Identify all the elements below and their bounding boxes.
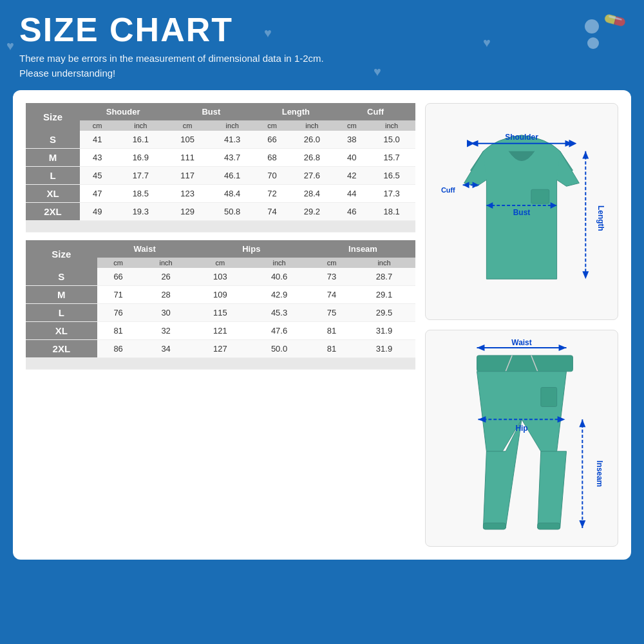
m-hi-cm: 109: [193, 286, 248, 304]
main-card: Size Shouder Bust Length Cuff cm inch cm…: [13, 90, 631, 560]
hip-label: Hip: [515, 424, 527, 433]
svg-rect-17: [538, 523, 560, 529]
length-inch-label: inch: [289, 120, 336, 131]
xl-wa-cm: 81: [97, 322, 140, 340]
table-row: M 71 28 109 42.9 74 29.1: [26, 286, 415, 304]
size-header: Size: [26, 103, 80, 131]
m-sh-cm: 43: [80, 149, 115, 167]
svg-marker-27: [579, 520, 585, 528]
subtitle-line1: There may be errors in the measurement o…: [19, 53, 324, 64]
bottom-table-header: Size Waist Hips Inseam: [26, 240, 415, 258]
m-cu-cm: 40: [336, 149, 368, 167]
inseam-label: Inseam: [595, 460, 604, 487]
waist-inch-label: inch: [140, 258, 193, 268]
bust-inch-label: inch: [209, 120, 256, 131]
m-wa-in: 28: [140, 286, 193, 304]
dot-2: [587, 37, 599, 49]
size-l: L: [26, 167, 80, 185]
s-wa-in: 26: [140, 268, 193, 286]
length-cm-label: cm: [256, 120, 289, 131]
xl-cu-in: 17.3: [368, 185, 415, 203]
svg-rect-13: [477, 355, 573, 371]
s-le-in: 26.0: [289, 131, 336, 149]
s-cu-cm: 38: [336, 131, 368, 149]
bottom-size-header: Size: [26, 240, 97, 268]
2xl-sh-cm: 49: [80, 203, 115, 221]
dots-decoration: [585, 19, 599, 49]
l-wa-in: 30: [140, 304, 193, 322]
xl-sh-in: 18.5: [115, 185, 166, 203]
m-bu-in: 43.7: [209, 149, 256, 167]
empty-cell: [26, 221, 415, 232]
diagram-section: Shoulder Bust Length Cuff: [425, 103, 618, 547]
2xl-le-in: 29.2: [289, 203, 336, 221]
shoulder-inch-label: inch: [115, 120, 166, 131]
shoulder-cm-label: cm: [80, 120, 115, 131]
m-wa-cm: 71: [97, 286, 140, 304]
2xl-bu-in: 50.8: [209, 203, 256, 221]
svg-marker-12: [565, 140, 573, 146]
svg-rect-0: [531, 189, 549, 204]
tables-section: Size Shouder Bust Length Cuff cm inch cm…: [26, 103, 415, 547]
top-garment-svg: Shoulder Bust Length Cuff: [432, 112, 611, 312]
2xl-in-cm: 81: [310, 340, 353, 358]
empty-cell-2: [26, 358, 415, 370]
bottom-table-body: S 66 26 103 40.6 73 28.7 M 71 28 109 42.…: [26, 268, 415, 370]
xl-in-cm: 81: [310, 322, 353, 340]
l-bu-in: 46.1: [209, 167, 256, 185]
bt-size-m: M: [26, 286, 97, 304]
2xl-hi-in: 50.0: [248, 340, 310, 358]
bt-size-s: S: [26, 268, 97, 286]
s-sh-cm: 41: [80, 131, 115, 149]
waist-label: Waist: [511, 338, 531, 347]
table-row: S 66 26 103 40.6 73 28.7: [26, 268, 415, 286]
l-sh-cm: 45: [80, 167, 115, 185]
s-bu-cm: 105: [166, 131, 209, 149]
hips-header: Hips: [193, 240, 310, 258]
2xl-wa-in: 34: [140, 340, 193, 358]
s-in-cm: 73: [310, 268, 353, 286]
2xl-bu-cm: 129: [166, 203, 209, 221]
m-cu-in: 15.7: [368, 149, 415, 167]
l-bu-cm: 117: [166, 167, 209, 185]
2xl-cu-in: 18.1: [368, 203, 415, 221]
svg-marker-26: [579, 419, 585, 427]
l-le-in: 27.6: [289, 167, 336, 185]
xl-bu-cm: 123: [166, 185, 209, 203]
xl-in-in: 31.9: [353, 322, 415, 340]
bt-size-l: L: [26, 304, 97, 322]
svg-rect-16: [483, 523, 506, 529]
table-row: L 45 17.7 117 46.1 70 27.6 42 16.5: [26, 167, 415, 185]
m-sh-in: 16.9: [115, 149, 166, 167]
table-row: 2XL 86 34 127 50.0 81 31.9: [26, 340, 415, 358]
empty-row-top: [26, 221, 415, 232]
waist-header: Waist: [97, 240, 193, 258]
m-in-cm: 74: [310, 286, 353, 304]
waist-cm-label: cm: [97, 258, 140, 268]
xl-sh-cm: 47: [80, 185, 115, 203]
top-table-header: Size Shouder Bust Length Cuff: [26, 103, 415, 120]
m-in-in: 29.1: [353, 286, 415, 304]
s-hi-cm: 103: [193, 268, 248, 286]
2xl-sh-in: 19.3: [115, 203, 166, 221]
inseam-cm-label: cm: [310, 258, 353, 268]
2xl-cu-cm: 46: [336, 203, 368, 221]
l-hi-in: 45.3: [248, 304, 310, 322]
svg-marker-21: [559, 345, 567, 351]
svg-rect-18: [541, 387, 557, 406]
page-title: SIZE CHART: [19, 13, 625, 46]
table-row: XL 47 18.5 123 48.4 72 28.4 44 17.3: [26, 185, 415, 203]
bottom-garment-diagram: Waist Hip Inseam: [425, 330, 618, 547]
inseam-header: Inseam: [310, 240, 415, 258]
s-hi-in: 40.6: [248, 268, 310, 286]
hips-inch-label: inch: [248, 258, 310, 268]
svg-marker-6: [582, 151, 589, 158]
svg-marker-11: [471, 140, 478, 146]
svg-marker-7: [582, 271, 589, 279]
size-xl: XL: [26, 185, 80, 203]
2xl-hi-cm: 127: [193, 340, 248, 358]
m-bu-cm: 111: [166, 149, 209, 167]
l-cu-cm: 42: [336, 167, 368, 185]
size-s: S: [26, 131, 80, 149]
bust-cm-label: cm: [166, 120, 209, 131]
